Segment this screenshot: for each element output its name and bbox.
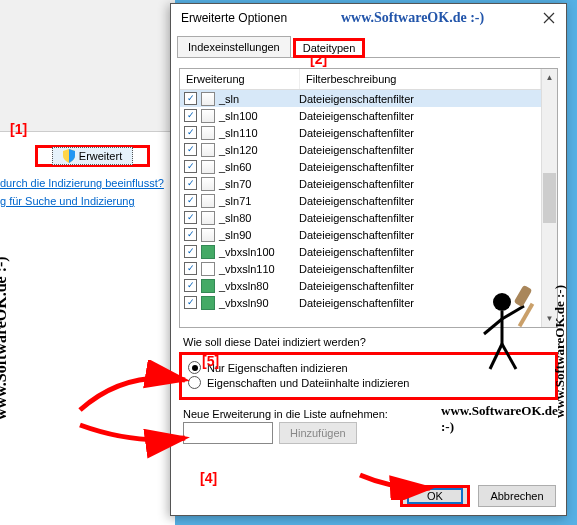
table-row[interactable]: ✓_sln90Dateieigenschaftenfilter [180, 226, 541, 243]
annotation-5: [5] [202, 353, 219, 369]
ext-cell: _sln60 [219, 161, 299, 173]
checkbox-icon[interactable]: ✓ [184, 245, 197, 258]
file-icon [201, 177, 215, 191]
file-icon [201, 109, 215, 123]
ext-cell: _sln120 [219, 144, 299, 156]
file-icon [201, 126, 215, 140]
table-row[interactable]: ✓_sln120Dateieigenschaftenfilter [180, 141, 541, 158]
watermark-right: www.SoftwareOK.de :-) [552, 285, 568, 418]
file-icon [201, 160, 215, 174]
ext-cell: _vbxsln80 [219, 280, 299, 292]
dialog-title: Erweiterte Optionen [181, 11, 287, 25]
ext-cell: _sln [219, 93, 299, 105]
table-row[interactable]: ✓_slnDateieigenschaftenfilter [180, 90, 541, 107]
watermark-title: www.SoftwareOK.de :-) [287, 10, 538, 26]
checkbox-icon[interactable]: ✓ [184, 194, 197, 207]
arrow-icon [75, 360, 195, 420]
ext-cell: _sln71 [219, 195, 299, 207]
file-icon [201, 143, 215, 157]
svg-line-4 [484, 319, 502, 334]
scroll-thumb[interactable] [543, 173, 556, 223]
table-row[interactable]: ✓_vbxsln100Dateieigenschaftenfilter [180, 243, 541, 260]
desc-cell: Dateieigenschaftenfilter [299, 263, 414, 275]
left-upper-panel [0, 0, 175, 132]
close-icon [543, 12, 555, 24]
annotation-4: [4] [200, 470, 217, 486]
table-row[interactable]: ✓_sln71Dateieigenschaftenfilter [180, 192, 541, 209]
titlebar: Erweiterte Optionen www.SoftwareOK.de :-… [171, 4, 566, 32]
svg-rect-7 [518, 303, 534, 328]
checkbox-icon[interactable]: ✓ [184, 296, 197, 309]
desc-cell: Dateieigenschaftenfilter [299, 110, 414, 122]
desc-cell: Dateieigenschaftenfilter [299, 144, 414, 156]
annotation-1: [1] [10, 121, 27, 137]
file-icon [201, 262, 215, 276]
arrow-icon [75, 420, 195, 460]
desc-cell: Dateieigenschaftenfilter [299, 161, 414, 173]
desc-cell: Dateieigenschaftenfilter [299, 93, 414, 105]
table-row[interactable]: ✓_vbxsln110Dateieigenschaftenfilter [180, 260, 541, 277]
watermark-left: www.SoftwareOK.de :-) [0, 256, 10, 420]
add-button[interactable]: Hinzufügen [279, 422, 357, 444]
svg-point-0 [493, 293, 511, 311]
file-icon [201, 245, 215, 259]
table-row[interactable]: ✓_sln70Dateieigenschaftenfilter [180, 175, 541, 192]
scroll-up-icon[interactable]: ▲ [542, 69, 557, 86]
desc-cell: Dateieigenschaftenfilter [299, 127, 414, 139]
checkbox-icon[interactable]: ✓ [184, 160, 197, 173]
radio-label: Nur Eigenschaften indizieren [207, 362, 348, 374]
tab-file-types[interactable]: Dateitypen [293, 38, 366, 58]
close-button[interactable] [538, 7, 560, 29]
advanced-button-label: Erweitert [79, 150, 122, 162]
ext-cell: _vbxsln90 [219, 297, 299, 309]
list-body[interactable]: ✓_slnDateieigenschaftenfilter✓_sln100Dat… [180, 90, 541, 311]
radio-properties-and-contents[interactable]: Eigenschaften und Dateiinhalte indiziere… [188, 376, 549, 389]
mascot-icon [474, 284, 544, 374]
link-search-indexing[interactable]: g für Suche und Indizierung [0, 195, 135, 207]
checkbox-icon[interactable]: ✓ [184, 262, 197, 275]
desc-cell: Dateieigenschaftenfilter [299, 229, 414, 241]
desc-cell: Dateieigenschaftenfilter [299, 297, 414, 309]
table-row[interactable]: ✓_sln100Dateieigenschaftenfilter [180, 107, 541, 124]
desc-cell: Dateieigenschaftenfilter [299, 195, 414, 207]
shield-icon [63, 149, 75, 163]
ext-cell: _sln110 [219, 127, 299, 139]
checkbox-icon[interactable]: ✓ [184, 126, 197, 139]
arrow-icon [355, 470, 435, 500]
new-extension-input[interactable] [183, 422, 273, 444]
header-extension[interactable]: Erweiterung [180, 69, 300, 89]
ext-cell: _sln80 [219, 212, 299, 224]
svg-line-2 [490, 344, 502, 369]
cancel-button[interactable]: Abbrechen [478, 485, 556, 507]
table-row[interactable]: ✓_sln60Dateieigenschaftenfilter [180, 158, 541, 175]
watermark-mid: www.SoftwareOK.de :-) [441, 403, 566, 435]
svg-line-3 [502, 344, 516, 369]
file-icon [201, 92, 215, 106]
checkbox-icon[interactable]: ✓ [184, 177, 197, 190]
desc-cell: Dateieigenschaftenfilter [299, 280, 414, 292]
ext-cell: _vbxsln110 [219, 263, 299, 275]
checkbox-icon[interactable]: ✓ [184, 211, 197, 224]
table-row[interactable]: ✓_sln110Dateieigenschaftenfilter [180, 124, 541, 141]
ext-cell: _vbxsln100 [219, 246, 299, 258]
file-icon [201, 296, 215, 310]
desc-cell: Dateieigenschaftenfilter [299, 246, 414, 258]
checkbox-icon[interactable]: ✓ [184, 279, 197, 292]
tab-index-settings[interactable]: Indexeinstellungen [177, 36, 291, 57]
desc-cell: Dateieigenschaftenfilter [299, 212, 414, 224]
checkbox-icon[interactable]: ✓ [184, 143, 197, 156]
ext-cell: _sln100 [219, 110, 299, 122]
list-headers: Erweiterung Filterbeschreibung [180, 69, 541, 90]
checkbox-icon[interactable]: ✓ [184, 228, 197, 241]
svg-rect-6 [514, 285, 533, 307]
radio-label: Eigenschaften und Dateiinhalte indiziere… [207, 377, 409, 389]
advanced-button[interactable]: Erweitert [35, 145, 150, 167]
link-indexing-affected[interactable]: durch die Indizierung beeinflusst? [0, 177, 164, 189]
header-filter[interactable]: Filterbeschreibung [300, 69, 541, 89]
table-row[interactable]: ✓_sln80Dateieigenschaftenfilter [180, 209, 541, 226]
ext-cell: _sln70 [219, 178, 299, 190]
file-icon [201, 228, 215, 242]
checkbox-icon[interactable]: ✓ [184, 109, 197, 122]
tabs: Indexeinstellungen Dateitypen [177, 34, 560, 58]
checkbox-icon[interactable]: ✓ [184, 92, 197, 105]
